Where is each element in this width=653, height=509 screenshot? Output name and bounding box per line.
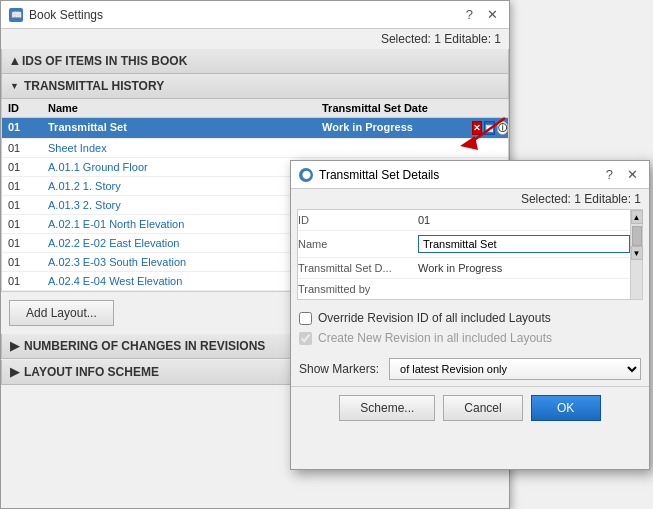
details-close-button[interactable]: ✕ [624,168,641,181]
ok-button[interactable]: OK [531,395,601,421]
checkbox-area: Override Revision ID of all included Lay… [291,300,649,352]
row-name: A.01.3 2. Story [48,199,322,211]
row-id: 01 [8,142,48,154]
cancel-button[interactable]: Cancel [443,395,522,421]
book-settings-icon: 📖 [9,8,23,22]
details-name-row: Name [298,231,630,258]
details-date-value: Work in Progress [418,262,502,274]
row-name: Sheet Index [48,142,322,154]
details-icon: ⬤ [299,168,313,182]
row-name: A.02.2 E-02 East Elevation [48,237,322,249]
row-name: A.01.1 Ground Floor [48,161,322,173]
show-markers-select[interactable]: of latest Revision only of all Revisions… [389,358,641,380]
details-title: Transmittal Set Details [319,168,439,182]
add-layout-button[interactable]: Add Layout... [9,300,114,326]
book-settings-title-bar: 📖 Book Settings ? ✕ [1,1,509,29]
details-scrollbar: ▲ ▼ [630,210,642,299]
details-id-label: ID [298,214,408,226]
scroll-thumb[interactable] [632,226,642,246]
details-transmitted-row: Transmitted by [298,279,630,299]
create-revision-label: Create New Revision in all included Layo… [318,331,552,345]
ids-arrow-icon: ▶ [9,58,19,65]
table-row[interactable]: 01 Transmittal Set Work in Progress ✕ ▣ … [2,118,508,139]
dialog-buttons: Scheme... Cancel OK [291,386,649,429]
info-icon[interactable]: ⓘ [497,121,508,135]
details-name-input[interactable] [418,235,630,253]
row-name: Transmittal Set [48,121,322,135]
row-name: A.02.4 E-04 West Elevation [48,275,322,287]
book-settings-title: Book Settings [29,8,103,22]
scroll-down-button[interactable]: ▼ [631,246,643,260]
row-id: 01 [8,180,48,192]
details-transmitted-label: Transmitted by [298,283,408,295]
edit-icon[interactable]: ▣ [484,121,495,135]
scheme-button[interactable]: Scheme... [339,395,435,421]
override-revision-row: Override Revision ID of all included Lay… [299,308,641,328]
transmittal-section-header[interactable]: ▼ TRANSMITTAL HISTORY [1,74,509,99]
row-id: 01 [8,237,48,249]
row-id: 01 [8,218,48,230]
details-id-row: ID 01 [298,210,630,231]
row-name: A.02.1 E-01 North Elevation [48,218,322,230]
row-id: 01 [8,256,48,268]
details-status: Selected: 1 Editable: 1 [291,189,649,209]
col-date: Transmittal Set Date [322,102,472,114]
details-id-value: 01 [418,214,430,226]
book-settings-status: Selected: 1 Editable: 1 [1,29,509,49]
row-id: 01 [8,275,48,287]
layout-info-arrow-icon: ▶ [10,365,19,379]
row-id: 01 [8,121,48,135]
row-date: Work in Progress [322,121,472,135]
row-id: 01 [8,161,48,173]
row-id: 01 [8,199,48,211]
override-revision-checkbox[interactable] [299,312,312,325]
create-revision-checkbox[interactable] [299,332,312,345]
delete-icon[interactable]: ✕ [472,121,482,135]
row-name: A.01.2 1. Story [48,180,322,192]
details-title-bar: ⬤ Transmittal Set Details ? ✕ [291,161,649,189]
col-name: Name [48,102,322,114]
book-settings-help-button[interactable]: ? [463,8,476,21]
col-id: ID [8,102,48,114]
table-row[interactable]: 01 Sheet Index [2,139,508,158]
transmittal-details-dialog: ⬤ Transmittal Set Details ? ✕ Selected: … [290,160,650,470]
show-markers-label: Show Markers: [299,362,379,376]
create-revision-row: Create New Revision in all included Layo… [299,328,641,348]
transmittal-arrow-icon: ▼ [10,81,19,91]
show-markers-row: Show Markers: of latest Revision only of… [291,352,649,386]
book-settings-close-button[interactable]: ✕ [484,8,501,21]
details-date-label: Transmittal Set D... [298,262,408,274]
row-date [322,142,472,154]
scroll-up-button[interactable]: ▲ [631,210,643,224]
details-fields-container: ID 01 Name Transmittal Set D... Work in … [297,209,643,300]
details-date-row: Transmittal Set D... Work in Progress [298,258,630,279]
row-name: A.02.3 E-03 South Elevation [48,256,322,268]
override-revision-label: Override Revision ID of all included Lay… [318,311,551,325]
ids-section-header[interactable]: ▶ IDS OF ITEMS IN THIS BOOK [1,49,509,74]
details-help-button[interactable]: ? [603,168,616,181]
details-name-label: Name [298,238,408,250]
numbering-arrow-icon: ▶ [10,339,19,353]
table-header: ID Name Transmittal Set Date [2,99,508,118]
